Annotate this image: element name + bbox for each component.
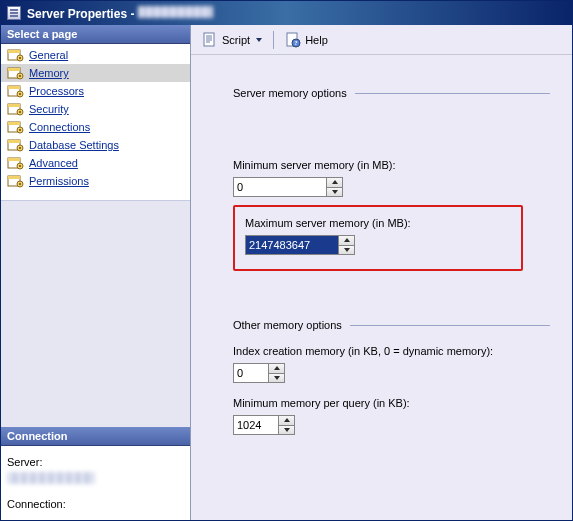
- page-icon: [7, 138, 25, 152]
- arrow-up-icon: [284, 418, 290, 422]
- svg-rect-11: [19, 93, 21, 95]
- toolbar-separator: [273, 31, 274, 49]
- sidebar-item-connections[interactable]: Connections: [1, 118, 190, 136]
- sidebar-item-security[interactable]: Security: [1, 100, 190, 118]
- server-properties-window: Server Properties - Select a page Genera…: [0, 0, 573, 521]
- spinner-down-button[interactable]: [339, 245, 354, 255]
- min-memory-input[interactable]: [234, 178, 326, 196]
- min-memory-label: Minimum server memory (in MB):: [233, 159, 550, 171]
- connection-box: Server: Connection:: [1, 446, 190, 520]
- sidebar-item-permissions[interactable]: Permissions: [1, 172, 190, 190]
- toolbar: Script ? Help: [191, 25, 572, 55]
- max-memory-label: Maximum server memory (in MB):: [245, 217, 495, 229]
- group-divider: [350, 325, 550, 326]
- svg-rect-15: [19, 111, 21, 113]
- spinner-up-button[interactable]: [279, 416, 294, 425]
- sidebar-item-advanced[interactable]: Advanced: [1, 154, 190, 172]
- script-button[interactable]: Script: [197, 29, 267, 51]
- index-memory-spinner[interactable]: [233, 363, 285, 383]
- spinner-up-button[interactable]: [327, 178, 342, 187]
- other-memory-options-group: Other memory options Index creation memo…: [233, 319, 550, 435]
- arrow-down-icon: [284, 428, 290, 432]
- svg-rect-3: [19, 57, 21, 59]
- page-icon: [7, 48, 25, 62]
- arrow-up-icon: [274, 366, 280, 370]
- script-icon: [202, 32, 218, 48]
- min-query-spinner[interactable]: [233, 415, 295, 435]
- server-label: Server:: [7, 456, 184, 468]
- sidebar-item-label: Advanced: [29, 157, 78, 169]
- arrow-down-icon: [274, 376, 280, 380]
- index-memory-input[interactable]: [234, 364, 268, 382]
- group-title: Other memory options: [233, 319, 342, 331]
- spinner-up-button[interactable]: [269, 364, 284, 373]
- right-panel: Script ? Help Server memory options: [191, 25, 572, 520]
- arrow-up-icon: [332, 180, 338, 184]
- svg-rect-5: [8, 68, 20, 71]
- select-page-header: Select a page: [1, 25, 190, 44]
- sidebar-item-label: General: [29, 49, 68, 61]
- help-label: Help: [305, 34, 328, 46]
- page-icon: [7, 174, 25, 188]
- sidebar-item-label: Processors: [29, 85, 84, 97]
- min-memory-spinner[interactable]: [233, 177, 343, 197]
- svg-rect-31: [19, 183, 21, 185]
- server-icon: [7, 6, 21, 20]
- svg-rect-1: [8, 50, 20, 53]
- min-query-input[interactable]: [234, 416, 278, 434]
- sidebar-item-label: Connections: [29, 121, 90, 133]
- sidebar-item-memory[interactable]: Memory: [1, 64, 190, 82]
- connection-header: Connection: [1, 427, 190, 446]
- spinner-down-button[interactable]: [269, 373, 284, 383]
- svg-rect-25: [8, 158, 20, 161]
- left-spacer: [1, 200, 190, 427]
- svg-rect-19: [19, 129, 21, 131]
- svg-rect-29: [8, 176, 20, 179]
- min-query-label: Minimum memory per query (in KB):: [233, 397, 550, 409]
- window-title: Server Properties -: [27, 6, 213, 21]
- svg-rect-21: [8, 140, 20, 143]
- arrow-down-icon: [344, 248, 350, 252]
- sidebar-item-label: Security: [29, 103, 69, 115]
- server-name-value: [7, 472, 95, 484]
- group-title: Server memory options: [233, 87, 347, 99]
- spinner-down-button[interactable]: [279, 425, 294, 435]
- server-memory-options-group: Server memory options Minimum server mem…: [233, 87, 550, 271]
- window-title-server-name: [138, 6, 213, 18]
- sidebar-item-database-settings[interactable]: Database Settings: [1, 136, 190, 154]
- help-button[interactable]: ? Help: [280, 29, 333, 51]
- sidebar-item-label: Permissions: [29, 175, 89, 187]
- sidebar-item-label: Database Settings: [29, 139, 119, 151]
- max-memory-input[interactable]: [246, 236, 338, 254]
- page-icon: [7, 66, 25, 80]
- spinner-down-button[interactable]: [327, 187, 342, 197]
- page-icon: [7, 84, 25, 98]
- svg-rect-17: [8, 122, 20, 125]
- svg-rect-13: [8, 104, 20, 107]
- connection-label: Connection:: [7, 498, 184, 510]
- max-memory-highlight: Maximum server memory (in MB):: [233, 205, 523, 271]
- svg-rect-7: [19, 75, 21, 77]
- sidebar-item-label: Memory: [29, 67, 69, 79]
- spinner-up-button[interactable]: [339, 236, 354, 245]
- page-icon: [7, 156, 25, 170]
- script-label: Script: [222, 34, 250, 46]
- dropdown-caret-icon: [256, 38, 262, 42]
- index-memory-label: Index creation memory (in KB, 0 = dynami…: [233, 345, 550, 357]
- page-list: General Memory Processors Security Conne…: [1, 44, 190, 200]
- page-icon: [7, 102, 25, 116]
- sidebar-item-processors[interactable]: Processors: [1, 82, 190, 100]
- arrow-down-icon: [332, 190, 338, 194]
- titlebar[interactable]: Server Properties -: [1, 1, 572, 25]
- svg-text:?: ?: [295, 40, 298, 46]
- left-panel: Select a page General Memory Processors …: [1, 25, 191, 520]
- sidebar-item-general[interactable]: General: [1, 46, 190, 64]
- group-divider: [355, 93, 550, 94]
- svg-rect-27: [19, 165, 21, 167]
- content-area: Server memory options Minimum server mem…: [191, 55, 572, 520]
- help-icon: ?: [285, 32, 301, 48]
- svg-rect-23: [19, 147, 21, 149]
- svg-rect-9: [8, 86, 20, 89]
- max-memory-spinner[interactable]: [245, 235, 355, 255]
- page-icon: [7, 120, 25, 134]
